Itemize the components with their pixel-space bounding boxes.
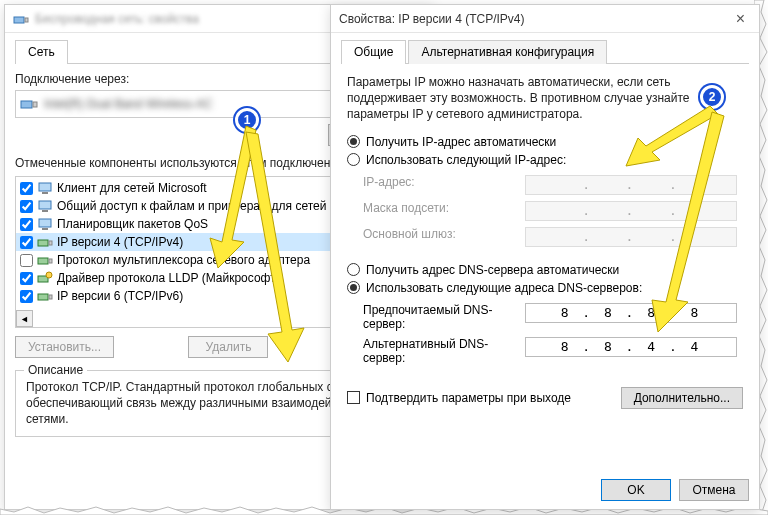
radio-ip-manual-label: Использовать следующий IP-адрес: xyxy=(366,153,566,167)
confirm-on-exit-label: Подтвердить параметры при выходе xyxy=(366,391,571,405)
scroll-left-button[interactable]: ◄ xyxy=(16,310,33,327)
component-label: IP версии 6 (TCP/IPv6) xyxy=(57,289,183,303)
preferred-dns-label: Предпочитаемый DNS-сервер: xyxy=(363,303,513,331)
component-checkbox[interactable] xyxy=(20,272,33,285)
radio-ip-auto[interactable]: Получить IP-адрес автоматически xyxy=(347,135,743,149)
adapter-icon xyxy=(37,288,53,304)
uninstall-button[interactable]: Удалить xyxy=(188,336,268,358)
component-label: Общий доступ к файлам и принтерам для се… xyxy=(57,199,326,213)
net-icon xyxy=(37,198,53,214)
adapter-titlebar-icon xyxy=(13,11,29,27)
svg-rect-4 xyxy=(39,183,51,191)
svg-rect-8 xyxy=(39,219,51,227)
tab-alt-config[interactable]: Альтернативная конфигурация xyxy=(408,40,607,64)
component-label: Протокол мультиплексора сетевого адаптер… xyxy=(57,253,310,267)
adapter-icon xyxy=(37,234,53,250)
radio-dns-auto-label: Получить адрес DNS-сервера автоматически xyxy=(366,263,619,277)
driver-icon xyxy=(37,270,53,286)
svg-point-15 xyxy=(46,272,52,278)
subnet-mask-label: Маска подсети: xyxy=(363,201,513,221)
confirm-on-exit-checkbox[interactable]: Подтвердить параметры при выходе xyxy=(347,391,571,405)
tab-general[interactable]: Общие xyxy=(341,40,406,64)
svg-rect-16 xyxy=(38,294,48,300)
ok-button[interactable]: OK xyxy=(601,479,671,501)
advanced-button[interactable]: Дополнительно... xyxy=(621,387,743,409)
svg-rect-11 xyxy=(49,241,52,245)
svg-rect-2 xyxy=(21,101,32,108)
svg-rect-0 xyxy=(14,17,24,23)
net-icon xyxy=(37,216,53,232)
component-checkbox[interactable] xyxy=(20,290,33,303)
svg-rect-3 xyxy=(33,102,37,107)
svg-rect-5 xyxy=(42,192,48,194)
description-legend: Описание xyxy=(24,363,87,377)
radio-icon xyxy=(347,153,360,166)
svg-rect-1 xyxy=(25,18,28,22)
radio-dns-manual[interactable]: Использовать следующие адреса DNS-сервер… xyxy=(347,281,743,295)
component-checkbox[interactable] xyxy=(20,200,33,213)
svg-rect-7 xyxy=(42,210,48,212)
component-checkbox[interactable] xyxy=(20,218,33,231)
ip-address-label: IP-адрес: xyxy=(363,175,513,195)
radio-dns-manual-label: Использовать следующие адреса DNS-сервер… xyxy=(366,281,642,295)
subnet-mask-input: . . . xyxy=(525,201,737,221)
alt-dns-label: Альтернативный DNS-сервер: xyxy=(363,337,513,365)
close-icon[interactable]: × xyxy=(730,10,751,28)
svg-rect-6 xyxy=(39,201,51,209)
gateway-input: . . . xyxy=(525,227,737,247)
radio-ip-manual[interactable]: Использовать следующий IP-адрес: xyxy=(347,153,743,167)
radio-icon xyxy=(347,135,360,148)
radio-icon xyxy=(347,281,360,294)
checkbox-icon xyxy=(347,391,360,404)
front-tabstrip: Общие Альтернативная конфигурация xyxy=(341,39,749,64)
back-window-title: Беспроводная сеть: свойства xyxy=(35,12,199,26)
svg-rect-9 xyxy=(42,228,48,230)
component-label: Клиент для сетей Microsoft xyxy=(57,181,207,195)
component-checkbox[interactable] xyxy=(20,236,33,249)
tab-network[interactable]: Сеть xyxy=(15,40,68,64)
preferred-dns-input[interactable]: 8 . 8 . 8 . 8 xyxy=(525,303,737,323)
ipv4-properties-window: Свойства: IP версии 4 (TCP/IPv4) × Общие… xyxy=(330,4,760,510)
component-checkbox[interactable] xyxy=(20,182,33,195)
component-label: Драйвер протокола LLDP (Майкрософт) xyxy=(57,271,280,285)
gateway-label: Основной шлюз: xyxy=(363,227,513,247)
svg-rect-17 xyxy=(49,295,52,299)
front-window-title: Свойства: IP версии 4 (TCP/IPv4) xyxy=(339,12,525,26)
svg-rect-13 xyxy=(49,259,52,263)
titlebar-front: Свойства: IP версии 4 (TCP/IPv4) × xyxy=(331,5,759,33)
adapter-icon xyxy=(37,252,53,268)
adapter-icon xyxy=(20,97,38,111)
install-button[interactable]: Установить... xyxy=(15,336,114,358)
radio-ip-auto-label: Получить IP-адрес автоматически xyxy=(366,135,556,149)
radio-icon xyxy=(347,263,360,276)
component-checkbox[interactable] xyxy=(20,254,33,267)
intro-text: Параметры IP можно назначать автоматичес… xyxy=(341,72,749,131)
alt-dns-input[interactable]: 8 . 8 . 4 . 4 xyxy=(525,337,737,357)
cancel-button[interactable]: Отмена xyxy=(679,479,749,501)
radio-dns-auto[interactable]: Получить адрес DNS-сервера автоматически xyxy=(347,263,743,277)
svg-rect-10 xyxy=(38,240,48,246)
net-icon xyxy=(37,180,53,196)
component-label: IP версии 4 (TCP/IPv4) xyxy=(57,235,183,249)
component-label: Планировщик пакетов QoS xyxy=(57,217,208,231)
ip-address-input: . . . xyxy=(525,175,737,195)
svg-rect-12 xyxy=(38,258,48,264)
